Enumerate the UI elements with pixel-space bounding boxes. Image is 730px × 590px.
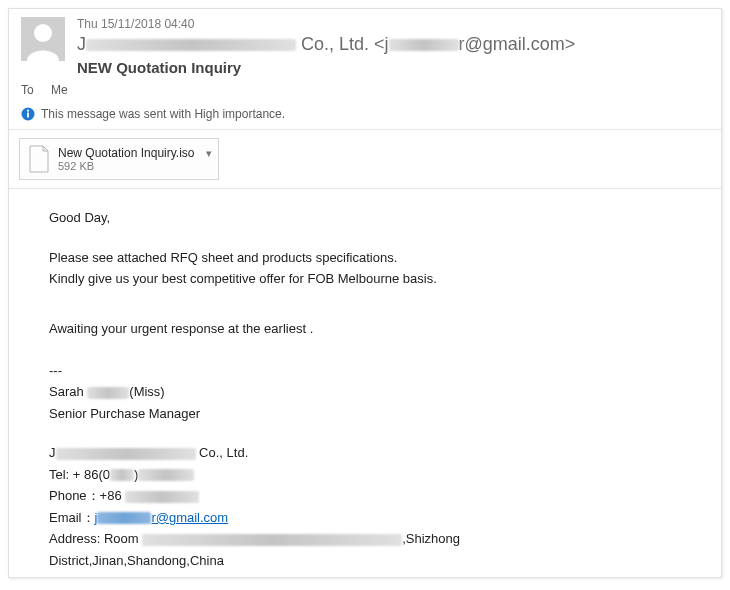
- signature-email-link[interactable]: jr@gmail.com: [95, 510, 229, 525]
- sig-addr-prefix: Address: Room: [49, 531, 142, 546]
- sender-prefix: J: [77, 34, 86, 54]
- to-recipient: Me: [51, 83, 68, 97]
- svg-rect-3: [27, 113, 29, 118]
- signature-name: Sarah (Miss): [49, 383, 681, 401]
- attachment-name: New Quotation Inquiry.iso: [58, 146, 210, 160]
- signature-phone: Phone：+86: [49, 487, 681, 505]
- person-icon: [21, 17, 65, 61]
- redacted-surname: [87, 387, 129, 399]
- file-icon: [28, 145, 50, 173]
- to-row: To Me: [9, 82, 721, 103]
- email-header: Thu 15/11/2018 04:40 J Co., Ltd. <jr@gma…: [9, 9, 721, 82]
- signature-company: J Co., Ltd.: [49, 444, 681, 462]
- sig-tel-label: Tel: + 86(0: [49, 467, 110, 482]
- sender-line: J Co., Ltd. <jr@gmail.com>: [77, 33, 709, 56]
- chevron-down-icon[interactable]: ▾: [206, 147, 212, 160]
- attachment-area: New Quotation Inquiry.iso 592 KB ▾: [9, 130, 721, 188]
- body-line-2: Kindly give us your best competitive off…: [49, 270, 681, 288]
- signature-address-1: Address: Room ,Shizhong: [49, 530, 681, 548]
- redacted-email-local: [389, 39, 459, 51]
- signature-separator: ---: [49, 362, 681, 380]
- sig-email-label: Email：: [49, 510, 95, 525]
- redacted-tel-num: [138, 469, 194, 481]
- attachment-item[interactable]: New Quotation Inquiry.iso 592 KB ▾: [19, 138, 219, 180]
- to-label: To: [21, 83, 34, 97]
- redacted-email: [97, 512, 151, 524]
- sig-name-suffix: (Miss): [129, 384, 164, 399]
- svg-point-4: [27, 110, 29, 112]
- email-body: Good Day, Please see attached RFQ sheet …: [9, 189, 721, 578]
- redacted-sender: [86, 39, 296, 51]
- email-message-pane: Thu 15/11/2018 04:40 J Co., Ltd. <jr@gma…: [8, 8, 722, 578]
- signature-email: Email：jr@gmail.com: [49, 509, 681, 527]
- redacted-phone: [125, 491, 199, 503]
- attachment-size: 592 KB: [58, 160, 210, 173]
- body-line-3: Awaiting your urgent response at the ear…: [49, 320, 681, 338]
- importance-banner: This message was sent with High importan…: [9, 103, 721, 129]
- redacted-address: [142, 534, 402, 546]
- email-subject: NEW Quotation Inquiry: [77, 59, 709, 76]
- body-line-1: Please see attached RFQ sheet and produc…: [49, 249, 681, 267]
- sig-email-suffix: r@gmail.com: [151, 510, 228, 525]
- redacted-company: [56, 448, 196, 460]
- sig-phone-label: Phone：+86: [49, 488, 125, 503]
- info-icon: [21, 107, 35, 121]
- sender-mid: Co., Ltd. <j: [296, 34, 389, 54]
- sig-addr-suffix: ,Shizhong: [402, 531, 460, 546]
- sig-name-prefix: Sarah: [49, 384, 87, 399]
- svg-point-1: [34, 24, 52, 42]
- signature-title: Senior Purchase Manager: [49, 405, 681, 423]
- sig-company-prefix: J: [49, 445, 56, 460]
- signature-address-2: District,Jinan,Shandong,China: [49, 552, 681, 570]
- signature-tel: Tel: + 86(0): [49, 466, 681, 484]
- attachment-info: New Quotation Inquiry.iso 592 KB: [58, 146, 210, 174]
- avatar: [21, 17, 65, 76]
- sender-email-suffix: r@gmail.com>: [459, 34, 576, 54]
- sig-company-suffix: Co., Ltd.: [196, 445, 249, 460]
- redacted-tel-area: [110, 469, 134, 481]
- greeting: Good Day,: [49, 209, 681, 227]
- email-timestamp: Thu 15/11/2018 04:40: [77, 17, 709, 31]
- header-meta: Thu 15/11/2018 04:40 J Co., Ltd. <jr@gma…: [77, 17, 709, 76]
- importance-text: This message was sent with High importan…: [41, 107, 285, 121]
